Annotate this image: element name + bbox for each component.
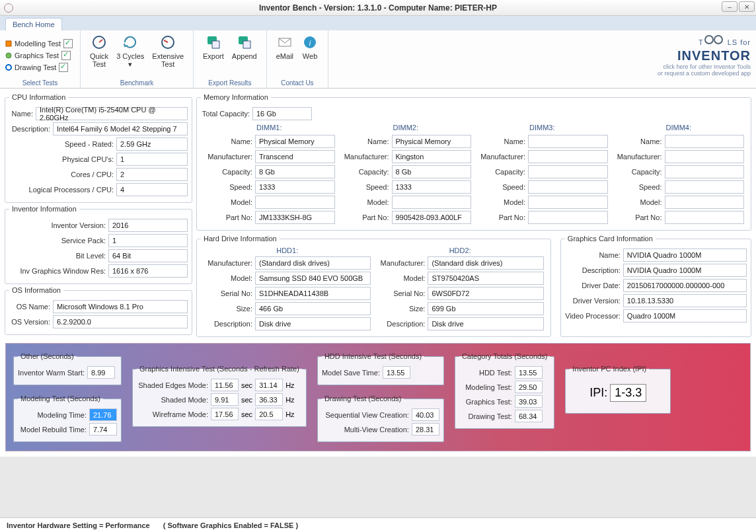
ribbon: Modelling Test Graphics Test Drawing Tes… bbox=[0, 30, 756, 89]
modelling-test-label: Modelling Test bbox=[15, 40, 61, 48]
svg-rect-8 bbox=[212, 41, 219, 48]
hdd-value: (Standard disk drives) bbox=[255, 256, 371, 270]
mail-icon bbox=[277, 34, 293, 50]
svg-rect-0 bbox=[6, 41, 11, 46]
memory-info-group: Memory Information Total Capacity:16 Gb … bbox=[196, 93, 751, 231]
hdd-info-group: Hard Drive Information HDD1:Manufacturer… bbox=[196, 235, 551, 337]
model-save-time: 13.55 bbox=[383, 366, 410, 379]
model-rebuild-time: 7.74 bbox=[89, 423, 117, 436]
svg-rect-10 bbox=[243, 41, 250, 48]
append-button[interactable]: Append bbox=[228, 32, 261, 78]
drawing-test-label: Drawing Test bbox=[15, 63, 56, 71]
dimm-value: Physical Memory bbox=[255, 135, 335, 148]
gfx-name: NVIDIA Quadro 1000M bbox=[623, 248, 747, 262]
inv-bit: 64 Bit bbox=[108, 249, 188, 262]
web-button[interactable]: iWeb bbox=[297, 32, 322, 78]
hdd-header: HDD2: bbox=[376, 247, 543, 254]
svg-line-6 bbox=[164, 40, 168, 42]
dimm-header: DIMM2: bbox=[340, 122, 472, 133]
svg-point-15 bbox=[714, 36, 722, 44]
benchmark-caption: Benchmark bbox=[86, 78, 188, 87]
hdd-value: 466 Gb bbox=[255, 302, 371, 315]
status-sw: ( Software Graphics Enabled = FALSE ) bbox=[163, 521, 298, 529]
hdd-value: Disk drive bbox=[255, 317, 371, 330]
gfx-driver-version: 10.18.13.5330 bbox=[623, 294, 747, 307]
ipi-value: 1-3.3 bbox=[610, 384, 646, 402]
category-totals-group: Category Totals (Seconds) HDD Test:13.55… bbox=[455, 352, 554, 429]
excel-icon bbox=[206, 34, 221, 50]
tab-bench-home[interactable]: Bench Home bbox=[5, 18, 62, 30]
cpu-desc: Intel64 Family 6 Model 42 Stepping 7 bbox=[53, 122, 188, 135]
export-caption: Export Results bbox=[199, 78, 261, 87]
results-panel: Other (Seconds) Inventor Warm Start:8.99… bbox=[5, 343, 751, 451]
svg-point-1 bbox=[6, 53, 11, 58]
inventor-info-group: Inventor Information Inventor Version:20… bbox=[5, 205, 192, 284]
email-button[interactable]: eMail bbox=[272, 32, 297, 78]
svg-line-4 bbox=[99, 40, 102, 42]
dimm-value: 9905428-093.A00LF bbox=[392, 211, 472, 224]
graphics-test-checkbox[interactable] bbox=[61, 51, 71, 60]
minimize-button[interactable]: – bbox=[722, 1, 737, 12]
cpu-cores: 2 bbox=[116, 168, 188, 181]
modeling-time: 21.76 bbox=[89, 408, 117, 421]
close-button[interactable]: ✕ bbox=[739, 1, 755, 12]
cycles-button[interactable]: 3 Cycles▾ bbox=[112, 32, 148, 78]
hdd-test-group: HDD Intensive Test (Seconds) Model Save … bbox=[317, 352, 444, 385]
cpu-speed: 2.59 GHz bbox=[116, 137, 188, 151]
dimm-value: Transcend bbox=[255, 150, 335, 163]
modelling-test-checkbox[interactable] bbox=[63, 39, 73, 48]
ipi-group: Inventor PC Index (IPI) IPI:1-3.3 bbox=[565, 365, 671, 414]
circle-icon bbox=[5, 64, 12, 71]
dimm-value bbox=[528, 180, 608, 194]
hdd-value: (Standard disk drives) bbox=[428, 256, 543, 270]
inv-res: 1616 x 876 bbox=[108, 264, 188, 278]
cycle-icon bbox=[122, 34, 138, 50]
gfx-desc: NVIDIA Quadro 1000M bbox=[623, 264, 747, 277]
dimm-value bbox=[528, 150, 608, 163]
dimm-value: 8 Gb bbox=[255, 165, 335, 178]
dimm-value bbox=[665, 165, 745, 178]
dimm-value bbox=[528, 165, 608, 178]
hdd-value: S1DHNEADA11438B bbox=[255, 287, 371, 300]
contact-caption: Contact Us bbox=[272, 78, 322, 87]
graphics-test-group: Graphics Intensive Test (Seconds - Refre… bbox=[132, 365, 307, 427]
dimm-value bbox=[665, 211, 745, 224]
excel-append-icon bbox=[237, 34, 252, 50]
logo-link[interactable]: TLS for INVENTOR click here for other In… bbox=[658, 33, 751, 77]
quick-test-button[interactable]: QuickTest bbox=[86, 32, 112, 78]
svg-point-2 bbox=[6, 65, 11, 70]
status-hw: Inventor Hardware Setting = Performance bbox=[7, 521, 150, 529]
cpu-name: Intel(R) Core(TM) i5-2540M CPU @ 2.60GHz bbox=[36, 107, 188, 120]
gauge-icon bbox=[160, 34, 176, 50]
inv-sp: 1 bbox=[108, 234, 188, 247]
sphere-icon bbox=[5, 52, 12, 59]
hdd-header: HDD1: bbox=[204, 247, 371, 254]
os-info-group: OS Information OS Name:Microsoft Windows… bbox=[5, 286, 192, 335]
window-title: Inventor Bench - Version: 1.3.1.0 - Comp… bbox=[259, 3, 497, 13]
hdd-value: 699 Gb bbox=[428, 302, 543, 315]
svg-point-14 bbox=[705, 36, 713, 44]
modeling-test-group: Modeling Test (Seconds) Modeling Time:21… bbox=[13, 395, 122, 442]
dimm-value bbox=[665, 180, 745, 194]
extensive-test-button[interactable]: ExtensiveTest bbox=[148, 32, 188, 78]
gfx-video-proc: Quadro 1000M bbox=[623, 309, 747, 323]
info-icon: i bbox=[302, 34, 318, 50]
hdd-value: Disk drive bbox=[428, 317, 543, 330]
cpu-logical: 4 bbox=[116, 183, 188, 196]
warm-start: 8.99 bbox=[87, 366, 115, 379]
export-button[interactable]: Export bbox=[199, 32, 228, 78]
title-bar: Inventor Bench - Version: 1.3.1.0 - Comp… bbox=[0, 0, 756, 16]
dimm-value: Kingston bbox=[392, 150, 472, 163]
dimm-value bbox=[665, 150, 745, 163]
inv-version: 2016 bbox=[108, 219, 188, 232]
gfx-driver-date: 20150617000000.000000-000 bbox=[623, 279, 747, 292]
hdd-value: 6WS0FD72 bbox=[428, 287, 543, 300]
dimm-value bbox=[665, 196, 745, 209]
status-bar: Inventor Hardware Setting = Performance … bbox=[0, 517, 756, 532]
dimm-header: DIMM4: bbox=[613, 122, 745, 133]
dimm-value bbox=[528, 196, 608, 209]
dimm-value: 1333 bbox=[255, 180, 335, 194]
cube-icon bbox=[5, 40, 12, 47]
gauge-icon bbox=[91, 34, 107, 50]
drawing-test-checkbox[interactable] bbox=[59, 63, 68, 72]
